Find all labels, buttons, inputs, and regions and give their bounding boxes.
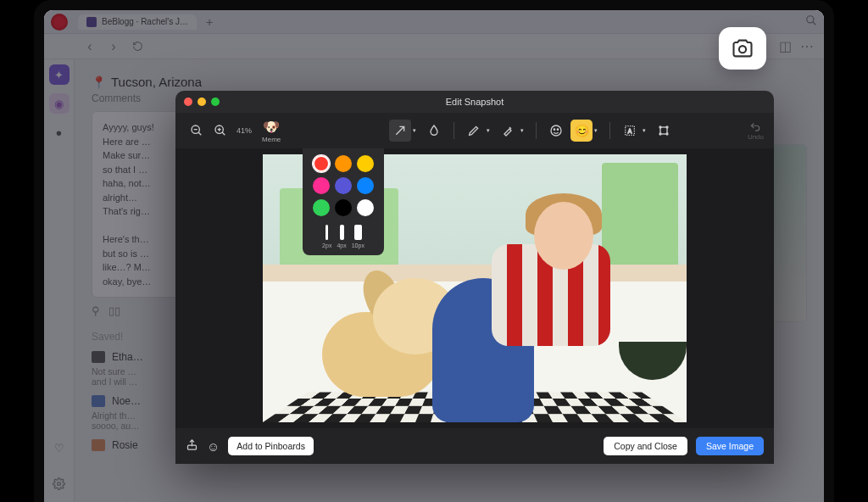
save-image-button[interactable]: Save Image — [696, 437, 764, 455]
snapshot-camera-button[interactable] — [719, 27, 766, 70]
copy-and-close-button[interactable]: Copy and Close — [604, 437, 687, 455]
chevron-down-icon[interactable]: ▾ — [487, 127, 490, 134]
color-swatch-white[interactable] — [357, 199, 374, 216]
add-to-pinboards-button[interactable]: Add to Pinboards — [228, 437, 314, 455]
highlighter-tool-button[interactable] — [497, 120, 519, 142]
chevron-down-icon[interactable]: ▾ — [643, 127, 646, 134]
color-swatch-purple[interactable] — [335, 177, 352, 194]
arrow-tool-button[interactable] — [389, 120, 411, 142]
svg-point-14 — [558, 129, 559, 130]
color-swatch-black[interactable] — [335, 199, 352, 216]
window-minimize-button[interactable] — [198, 98, 206, 106]
share-icon[interactable] — [186, 438, 198, 454]
chevron-down-icon[interactable]: ▾ — [520, 127, 524, 134]
undo-button[interactable]: Undo — [748, 121, 764, 141]
stroke-10px[interactable]: 10px — [352, 225, 364, 248]
color-swatch-pink[interactable] — [313, 177, 330, 194]
svg-point-12 — [551, 126, 561, 136]
chevron-down-icon[interactable]: ▾ — [413, 127, 416, 134]
undo-icon — [748, 121, 763, 133]
color-swatch-yellow[interactable] — [357, 155, 374, 172]
editor-toolbar: 41% 🐶 Meme ▾ ▾ ▾ 😊 ▾ A — [175, 113, 774, 148]
svg-text:A: A — [628, 128, 632, 134]
svg-point-19 — [666, 126, 668, 128]
zoom-in-button[interactable] — [209, 120, 231, 142]
text-tool-button[interactable]: A — [619, 120, 641, 142]
svg-point-13 — [554, 129, 555, 130]
pencil-tool-button[interactable] — [463, 120, 485, 142]
color-swatch-orange[interactable] — [335, 155, 352, 172]
svg-line-10 — [222, 132, 225, 135]
crop-tool-button[interactable] — [653, 120, 675, 142]
color-stroke-picker: 2px 4px 10px — [303, 148, 384, 255]
svg-point-18 — [659, 126, 661, 128]
color-swatch-red[interactable] — [313, 155, 330, 172]
stroke-2px[interactable]: 2px — [322, 225, 331, 248]
emoji-icon[interactable]: ☺ — [207, 439, 220, 454]
dog-emoji-icon: 🐶 — [263, 119, 280, 136]
zoom-out-button[interactable] — [186, 120, 208, 142]
svg-point-21 — [666, 133, 668, 135]
window-maximize-button[interactable] — [211, 98, 220, 106]
editor-footer: ☺ Add to Pinboards Copy and Close Save I… — [175, 428, 774, 464]
color-swatch-green[interactable] — [313, 199, 330, 216]
meme-button[interactable]: 🐶 Meme — [262, 119, 281, 143]
window-close-button[interactable] — [184, 98, 192, 106]
stroke-4px[interactable]: 4px — [337, 225, 346, 248]
sticker-tool-button[interactable] — [545, 120, 567, 142]
blur-tool-button[interactable] — [423, 120, 445, 142]
editor-title: Edit Snapshot — [446, 97, 504, 107]
editor-canvas[interactable]: 2px 4px 10px — [175, 148, 774, 428]
svg-point-3 — [739, 46, 746, 53]
chevron-down-icon[interactable]: ▾ — [594, 127, 598, 134]
editor-titlebar[interactable]: Edit Snapshot — [175, 91, 774, 113]
svg-line-6 — [198, 132, 201, 135]
svg-point-20 — [659, 133, 661, 135]
zoom-level: 41% — [236, 126, 252, 135]
color-swatch-blue[interactable] — [357, 177, 374, 194]
camera-icon — [731, 36, 754, 60]
svg-line-11 — [397, 126, 404, 134]
svg-rect-17 — [660, 127, 667, 134]
emoji-tool-button[interactable]: 😊 — [570, 120, 593, 142]
snapshot-editor-window: Edit Snapshot 41% 🐶 Meme ▾ ▾ — [175, 91, 774, 464]
